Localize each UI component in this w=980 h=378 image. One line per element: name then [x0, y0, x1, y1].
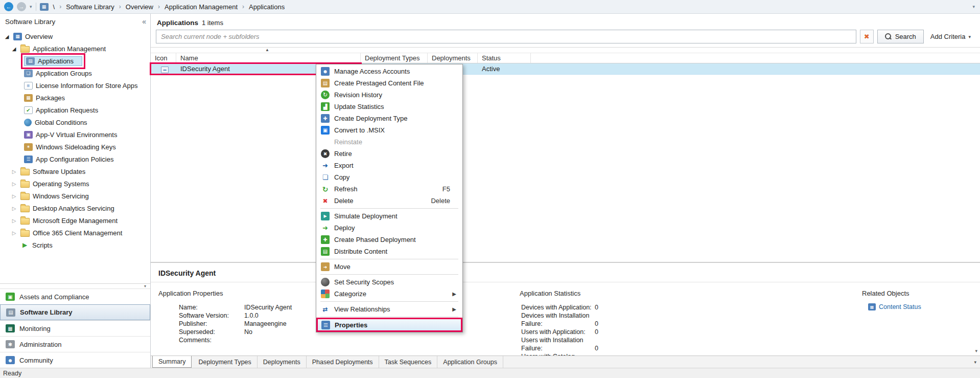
field-label: Name: [179, 303, 244, 312]
menu-item-reinstate[interactable]: Reinstate [317, 136, 461, 148]
tree-item-application-requests[interactable]: ✔ Application Requests [0, 104, 150, 116]
search-input[interactable] [156, 30, 856, 43]
sidebar-title: Software Library [5, 18, 55, 26]
menu-item-distribute-content[interactable]: ▤ Distribute Content [317, 246, 461, 257]
menu-item-refresh[interactable]: ↻ Refresh F5 [317, 183, 461, 195]
content-status-link[interactable]: ▦ Content Status [868, 303, 921, 310]
field-label: Superseded: [179, 328, 244, 336]
sidebar-collapse-icon[interactable]: « [140, 17, 148, 26]
folder-icon [20, 46, 30, 53]
menu-item-update-statistics[interactable]: ▟ Update Statistics [317, 101, 461, 113]
license-info-icon: ≡ [24, 82, 33, 90]
tree-item-scripts[interactable]: ▶ Scripts [0, 239, 150, 251]
menu-item-deploy[interactable]: ➜ Deploy [317, 222, 461, 234]
tab-summary[interactable]: Summary [152, 356, 192, 368]
tree-item-applications[interactable]: ▤ Applications [0, 55, 150, 67]
tree-item-application-management[interactable]: ◢ Application Management [0, 42, 150, 55]
menu-item-set-security-scopes[interactable]: Set Security Scopes [317, 276, 461, 288]
breadcrumb-software-library[interactable]: Software Library [65, 3, 115, 11]
breadcrumb-overview[interactable]: Overview [125, 3, 154, 11]
application-statistics-heading: Application Statistics [520, 290, 598, 297]
expander-collapsed-icon[interactable]: ▷ [11, 230, 17, 236]
menu-item-create-deployment-type[interactable]: ✚ Create Deployment Type [317, 113, 461, 124]
tab-deployment-types[interactable]: Deployment Types [193, 356, 257, 368]
expander-collapsed-icon[interactable]: ▷ [11, 218, 17, 224]
menu-item-categorize[interactable]: Categorize ▶ [317, 288, 461, 300]
tree-item-software-updates[interactable]: ▷ Software Updates [0, 165, 150, 177]
add-criteria-button[interactable]: Add Criteria ▾ [927, 33, 974, 40]
tree-item-app-configuration-policies[interactable]: ☰ App Configuration Policies [0, 153, 150, 165]
expander-collapsed-icon[interactable]: ▷ [11, 193, 17, 199]
column-header-deployment-types[interactable]: Deployment Types [361, 53, 428, 63]
menu-item-create-phased-deployment[interactable]: ✚ Create Phased Deployment [317, 234, 461, 246]
menu-item-retire[interactable]: ✖ Retire [317, 148, 461, 160]
column-header-name[interactable]: Name [176, 53, 361, 63]
menu-item-copy[interactable]: ❏ Copy [317, 171, 461, 183]
workspace-splitter-caret-icon[interactable]: ▾ [144, 284, 146, 288]
menu-item-move[interactable]: ➜ Move [317, 261, 461, 273]
tab-task-sequences[interactable]: Task Sequences [379, 356, 438, 368]
menu-item-export[interactable]: ➜ Export [317, 160, 461, 171]
tree-item-operating-systems[interactable]: ▷ Operating Systems [0, 177, 150, 190]
properties-icon: ☰ [321, 321, 330, 329]
scroll-down-icon[interactable]: ▾ [975, 348, 977, 353]
workspace-administration[interactable]: ✱ Administration [0, 336, 150, 352]
summary-pane: IDSecurity Agent Application Properties … [151, 262, 980, 355]
tree-item-windows-sideloading-keys[interactable]: ✶ Windows Sideloading Keys [0, 141, 150, 153]
workspace-splitter[interactable]: ▾ [0, 283, 150, 288]
titlebar-dropdown-icon[interactable]: ▾ [972, 4, 975, 9]
tree-item-overview[interactable]: ◢ ▦ Overview [0, 30, 150, 42]
menu-item-manage-access-accounts[interactable]: ☻ Manage Access Accounts [317, 65, 461, 77]
workspace-community[interactable]: ☻ Community [0, 352, 150, 368]
expander-expanded-icon[interactable]: ◢ [11, 46, 17, 52]
tabs-overflow-icon[interactable]: ▾ [974, 360, 980, 365]
breadcrumb-application-management[interactable]: Application Management [164, 3, 239, 11]
menu-item-simulate-deployment[interactable]: ▶ Simulate Deployment [317, 210, 461, 222]
folder-icon [20, 193, 30, 200]
menu-item-delete[interactable]: ✖ Delete Delete [317, 195, 461, 207]
submenu-arrow-icon: ▶ [452, 291, 456, 297]
column-header-deployments[interactable]: Deployments [428, 53, 478, 63]
forward-button[interactable]: → [17, 2, 26, 11]
breadcrumb-root[interactable]: \ [52, 3, 56, 11]
nav-history-dropdown-icon[interactable]: ▾ [30, 4, 32, 9]
back-button[interactable]: ← [4, 2, 13, 11]
menu-item-properties[interactable]: ☰ Properties [317, 319, 461, 331]
expander-expanded-icon[interactable]: ◢ [4, 34, 10, 39]
menu-item-convert-to-msix[interactable]: ▣ Convert to .MSIX [317, 124, 461, 136]
table-row[interactable]: ▬ IDSecurity Agent Active [151, 63, 980, 75]
expander-collapsed-icon[interactable]: ▷ [11, 181, 17, 187]
field-label: Users with Installation Failure: [521, 336, 595, 352]
breadcrumb-applications[interactable]: Applications [248, 3, 286, 11]
column-header-status[interactable]: Status [478, 53, 531, 63]
field-label: Publisher: [179, 320, 244, 328]
menu-item-create-prestaged-content-file[interactable]: ▤ Create Prestaged Content File [317, 77, 461, 89]
tree-item-windows-servicing[interactable]: ▷ Windows Servicing [0, 190, 150, 202]
clear-search-button[interactable]: ✖ [860, 30, 874, 43]
menu-separator [320, 274, 458, 275]
tab-application-groups[interactable]: Application Groups [437, 356, 503, 368]
tree-item-desktop-analytics-servicing[interactable]: ▷ Desktop Analytics Servicing [0, 202, 150, 214]
menu-item-view-relationships[interactable]: ⇄ View Relationships ▶ [317, 303, 461, 315]
menu-separator [320, 301, 458, 302]
menu-item-revision-history[interactable]: ↻ Revision History [317, 89, 461, 101]
workspace-software-library[interactable]: ▤ Software Library [0, 304, 150, 320]
tree-item-license-information[interactable]: ≡ License Information for Store Apps [0, 79, 150, 92]
expander-collapsed-icon[interactable]: ▷ [11, 169, 17, 174]
workspace-monitoring[interactable]: ▦ Monitoring [0, 320, 150, 336]
search-button[interactable]: Search [877, 30, 924, 43]
tree-item-global-conditions[interactable]: Global Conditions [0, 116, 150, 128]
create-prestaged-content-file-icon: ▤ [321, 79, 330, 87]
tab-phased-deployments[interactable]: Phased Deployments [307, 356, 379, 368]
column-header-icon[interactable]: Icon [151, 53, 176, 63]
expander-collapsed-icon[interactable]: ▷ [11, 206, 17, 211]
tree-item-application-groups[interactable]: ❏ Application Groups [0, 67, 150, 79]
tree-item-packages[interactable]: ▦ Packages [0, 92, 150, 104]
workspace-assets-and-compliance[interactable]: ▣ Assets and Compliance [0, 288, 150, 304]
sort-ascending-icon[interactable]: ▲ [265, 48, 269, 52]
tree-item-microsoft-edge-management[interactable]: ▷ Microsoft Edge Management [0, 214, 150, 227]
tab-deployments[interactable]: Deployments [258, 356, 307, 368]
tree-item-appv-virtual-environments[interactable]: ▣ App-V Virtual Environments [0, 128, 150, 141]
application-properties-section: Application Properties Name:IDSecurity A… [158, 290, 292, 344]
tree-item-office-365-client-management[interactable]: ▷ Office 365 Client Management [0, 227, 150, 239]
